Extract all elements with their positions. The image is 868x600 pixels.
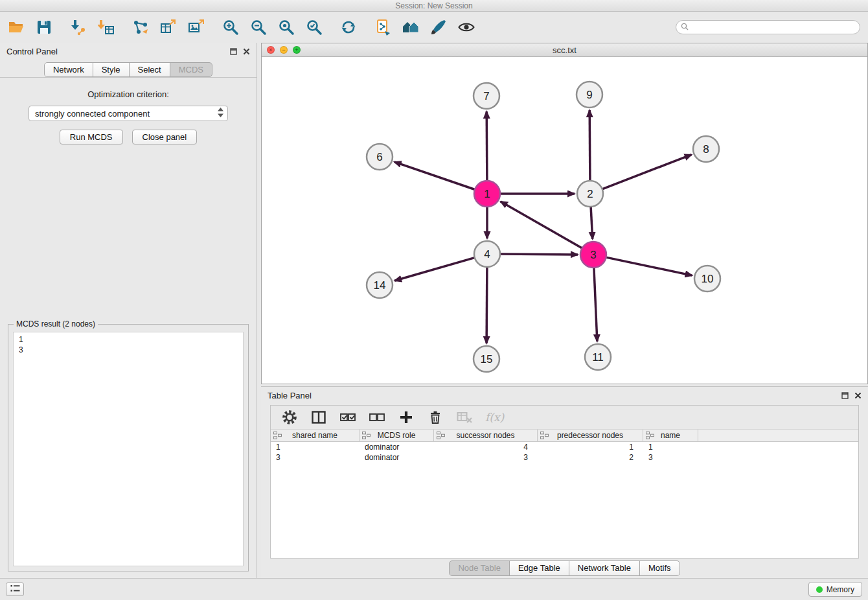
tab-motifs[interactable]: Motifs: [639, 560, 680, 576]
tab-select[interactable]: Select: [129, 62, 170, 77]
float-panel-icon[interactable]: [230, 48, 237, 55]
zoom-selected-icon[interactable]: [306, 19, 323, 36]
edge-1-6[interactable]: [394, 162, 475, 190]
edge-4-15[interactable]: [486, 267, 487, 343]
close-window-icon[interactable]: ×: [267, 46, 275, 54]
split-panel-icon[interactable]: [310, 409, 327, 426]
tab-mcds[interactable]: MCDS: [170, 62, 212, 77]
unselect-all-rows-icon[interactable]: [369, 409, 385, 426]
node-label: 8: [703, 143, 709, 156]
edge-3-1[interactable]: [501, 202, 582, 248]
import-table-icon[interactable]: [98, 19, 115, 36]
column-header-name[interactable]: name: [643, 430, 698, 441]
export-image-icon[interactable]: [188, 19, 205, 36]
table-row[interactable]: 3dominator323: [271, 452, 858, 463]
node-6[interactable]: 6: [367, 144, 393, 170]
node-label: 14: [374, 279, 386, 292]
home-view-icon[interactable]: [402, 19, 419, 36]
table-cell: 2: [538, 452, 643, 463]
network-canvas[interactable]: 7968124314101511: [262, 57, 867, 384]
tab-network-table[interactable]: Network Table: [569, 560, 640, 576]
edge-2-3[interactable]: [591, 207, 593, 239]
node-2[interactable]: 2: [577, 181, 603, 207]
node-11[interactable]: 11: [585, 344, 611, 370]
float-table-panel-icon[interactable]: [841, 392, 849, 399]
node-15[interactable]: 15: [474, 346, 499, 372]
delete-row-icon[interactable]: [427, 409, 444, 426]
refresh-view-icon[interactable]: [340, 19, 357, 36]
edge-4-14[interactable]: [394, 258, 475, 281]
node-7[interactable]: 7: [474, 83, 499, 109]
edge-4-3[interactable]: [500, 254, 578, 255]
control-panel-tabbar: NetworkStyleSelectMCDS: [0, 60, 257, 78]
memory-button[interactable]: Memory: [808, 582, 862, 597]
node-label: 1: [484, 188, 490, 200]
edge-1-7[interactable]: [486, 111, 487, 181]
edge-3-10[interactable]: [606, 257, 692, 275]
close-table-panel-icon[interactable]: [854, 392, 862, 399]
node-9[interactable]: 9: [577, 82, 602, 108]
dropdown-stepper-icon: [218, 108, 223, 119]
edge-2-8[interactable]: [602, 155, 692, 189]
node-4[interactable]: 4: [474, 241, 500, 267]
node-label: 3: [590, 249, 596, 261]
open-session-icon[interactable]: [8, 19, 25, 36]
close-panel-button[interactable]: Close panel: [132, 130, 198, 144]
column-type-icon: [273, 432, 282, 441]
zoom-out-icon[interactable]: [250, 19, 267, 36]
search-box[interactable]: [676, 20, 860, 34]
table-panel: Table Panel f(x) shared nameMCDS rolesuc…: [261, 386, 868, 578]
tab-style[interactable]: Style: [93, 62, 130, 77]
node-8[interactable]: 8: [693, 136, 719, 162]
run-mcds-button[interactable]: Run MCDS: [60, 130, 123, 144]
node-label: 4: [484, 248, 490, 260]
import-network-icon[interactable]: [70, 19, 87, 36]
table-cell: 1: [643, 442, 698, 452]
column-type-icon: [437, 432, 445, 441]
search-icon: [681, 23, 689, 32]
table-cell: dominator: [360, 452, 434, 463]
new-network-icon[interactable]: [132, 19, 149, 36]
main-toolbar: [0, 12, 868, 43]
node-14[interactable]: 14: [367, 272, 393, 298]
column-type-icon: [540, 432, 549, 441]
minimize-window-icon[interactable]: −: [280, 46, 288, 54]
mcds-result-list[interactable]: 13: [13, 332, 244, 566]
table-rows: 1dominator4113dominator323: [271, 442, 858, 558]
main-area: Control Panel NetworkStyleSelectMCDS Opt…: [0, 43, 868, 578]
apply-style-icon[interactable]: [430, 19, 447, 36]
toolbar-group: [374, 19, 475, 36]
column-header-successor-nodes[interactable]: successor nodes: [434, 430, 538, 441]
column-header-predecessor-nodes[interactable]: predecessor nodes: [538, 430, 643, 441]
clone-network-icon[interactable]: [374, 19, 391, 36]
zoom-in-icon[interactable]: [222, 19, 239, 36]
add-row-icon[interactable]: [398, 409, 415, 426]
column-settings-icon[interactable]: [281, 409, 298, 426]
node-3[interactable]: 3: [580, 242, 606, 268]
search-input[interactable]: [692, 23, 855, 32]
table-cell: dominator: [360, 442, 434, 452]
tab-network[interactable]: Network: [44, 62, 93, 77]
maximize-window-icon[interactable]: +: [293, 46, 301, 54]
column-header-MCDS-role[interactable]: MCDS role: [360, 430, 434, 441]
show-graphics-details-icon[interactable]: [458, 19, 475, 36]
criterion-dropdown[interactable]: strongly connected component: [29, 106, 228, 121]
column-header-label: successor nodes: [456, 431, 514, 440]
tab-edge-table[interactable]: Edge Table: [509, 560, 569, 576]
table-cell: 1: [538, 442, 643, 452]
table-panel-tabbar: Node TableEdge TableNetwork TableMotifs: [261, 559, 868, 578]
node-10[interactable]: 10: [694, 266, 720, 292]
edge-3-11[interactable]: [594, 268, 597, 341]
task-history-button[interactable]: [6, 583, 24, 596]
save-session-icon[interactable]: [36, 19, 52, 36]
select-all-rows-icon[interactable]: [339, 409, 356, 426]
node-1[interactable]: 1: [474, 181, 500, 207]
export-table-icon[interactable]: [160, 19, 177, 36]
edge-2-9[interactable]: [589, 110, 590, 181]
column-header-shared-name[interactable]: shared name: [271, 430, 360, 441]
zoom-fit-icon[interactable]: [278, 19, 295, 36]
tab-node-table[interactable]: Node Table: [449, 560, 510, 576]
table-row[interactable]: 1dominator411: [271, 442, 858, 452]
close-panel-icon[interactable]: [243, 48, 250, 55]
optimization-criterion-label: Optimization criterion:: [87, 89, 169, 99]
